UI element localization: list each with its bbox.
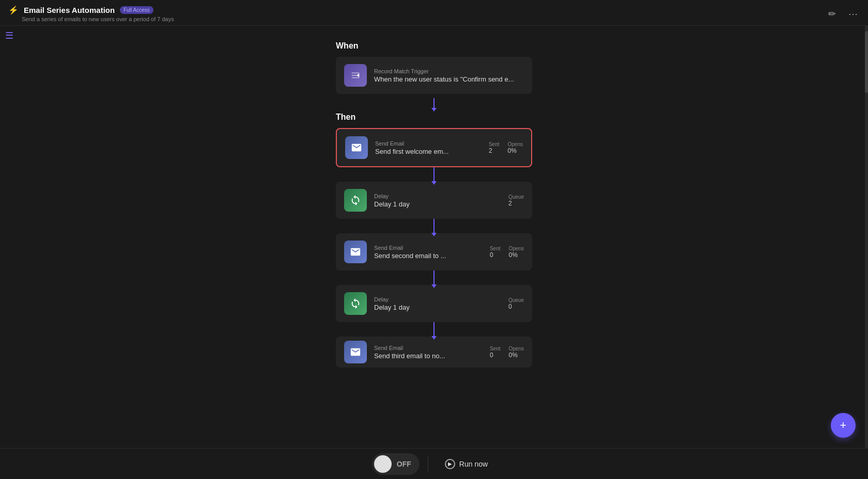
step-card-1[interactable]: Send Email Send first welcome em... Sent… [336, 128, 532, 167]
when-section: When Record Match Trigger When the new u… [336, 41, 532, 94]
run-now-label: Run now [459, 460, 488, 468]
trigger-type-label: Record Match Trigger [374, 68, 524, 74]
step1-stats: Sent 2 Opens 0% [487, 141, 523, 154]
header-title-row: ⚡ Email Series Automation Full Access [8, 5, 174, 15]
step4-stats: Queue 0 [488, 297, 524, 310]
step4-queue-label: Queue [508, 297, 524, 303]
app-header: ⚡ Email Series Automation Full Access Se… [0, 0, 868, 26]
step3-stats: Sent 0 Opens 0% [488, 246, 524, 259]
fab-button[interactable]: + [831, 413, 856, 438]
lightning-icon: ⚡ [8, 5, 19, 15]
step5-name: Send third email to no... [374, 352, 481, 360]
step2-queue-value: 2 [508, 200, 512, 207]
step3-icon [344, 241, 367, 263]
step2-icon [344, 189, 367, 212]
step1-opens-value: 0% [508, 147, 517, 154]
trigger-icon [344, 64, 367, 87]
step3-sent-label: Sent [490, 246, 501, 251]
step4-queue-value: 0 [508, 303, 512, 310]
step5-sent-label: Sent [490, 346, 501, 352]
when-then-connector [433, 98, 435, 108]
step5-info: Send Email Send third email to no... [374, 345, 481, 360]
step1-sent-label: Sent [489, 141, 500, 147]
header-left: ⚡ Email Series Automation Full Access Se… [8, 5, 174, 22]
when-label: When [336, 41, 359, 51]
step4-icon [344, 292, 367, 315]
connector-3-4 [433, 270, 435, 285]
trigger-name: When the new user status is "Confirm sen… [374, 75, 524, 83]
step3-info: Send Email Send second email to ... [374, 245, 481, 260]
page-title: Email Series Automation [24, 6, 115, 14]
step5-opens-label: Opens [509, 346, 524, 352]
step2-name: Delay 1 day [374, 200, 481, 208]
step1-sent-value: 2 [489, 147, 492, 154]
then-section: Then Send Email Send first welcome em...… [336, 113, 532, 368]
header-actions: ✏ ⋯ [826, 6, 860, 22]
bottom-divider [428, 456, 428, 472]
bottom-bar: OFF ▶ Run now [0, 448, 868, 479]
step1-icon [345, 136, 368, 159]
connector-2-3 [433, 219, 435, 233]
step-card-2[interactable]: Delay Delay 1 day Queue 2 [336, 182, 532, 219]
more-options-button[interactable]: ⋯ [846, 6, 860, 22]
step-card-3[interactable]: Send Email Send second email to ... Sent… [336, 233, 532, 270]
step1-info: Send Email Send first welcome em... [375, 140, 479, 155]
step3-type: Send Email [374, 245, 481, 251]
automation-toggle[interactable]: OFF [372, 453, 420, 475]
toggle-label: OFF [397, 460, 411, 468]
page-subtitle: Send a series of emails to new users ove… [8, 16, 174, 22]
step4-name: Delay 1 day [374, 304, 481, 311]
step4-info: Delay Delay 1 day [374, 296, 481, 311]
step5-opens-value: 0% [509, 352, 518, 359]
edit-button[interactable]: ✏ [826, 6, 838, 22]
main-canvas: When Record Match Trigger When the new u… [0, 26, 868, 448]
step1-opens-label: Opens [508, 141, 523, 147]
step4-type: Delay [374, 296, 481, 302]
step2-queue-label: Queue [508, 194, 524, 200]
connector-1-2 [433, 167, 435, 182]
step3-name: Send second email to ... [374, 252, 481, 260]
run-now-button[interactable]: ▶ Run now [437, 455, 496, 473]
step2-info: Delay Delay 1 day [374, 193, 481, 208]
run-now-circle-icon: ▶ [445, 459, 455, 469]
step5-stats: Sent 0 Opens 0% [488, 346, 524, 359]
step3-opens-label: Opens [509, 246, 524, 251]
access-badge: Full Access [120, 6, 153, 14]
then-label: Then [336, 113, 355, 122]
step3-sent-value: 0 [490, 251, 493, 259]
step-card-5[interactable]: Send Email Send third email to no... Sen… [336, 337, 532, 368]
trigger-card[interactable]: Record Match Trigger When the new user s… [336, 57, 532, 94]
step1-name: Send first welcome em... [375, 148, 479, 155]
step2-stats: Queue 2 [488, 194, 524, 207]
step5-type: Send Email [374, 345, 481, 351]
step2-type: Delay [374, 193, 481, 199]
toggle-knob [374, 455, 392, 473]
trigger-info: Record Match Trigger When the new user s… [374, 68, 524, 83]
step5-sent-value: 0 [490, 352, 493, 359]
step5-icon [344, 341, 367, 363]
step3-opens-value: 0% [509, 251, 518, 259]
connector-4-5 [433, 322, 435, 337]
step-card-4[interactable]: Delay Delay 1 day Queue 0 [336, 285, 532, 322]
step1-type: Send Email [375, 140, 479, 147]
